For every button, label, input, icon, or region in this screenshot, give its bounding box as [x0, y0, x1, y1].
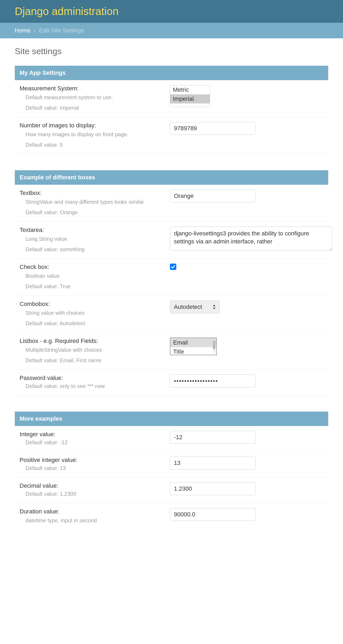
option-title[interactable]: Title	[170, 347, 216, 355]
option-email[interactable]: Email	[170, 338, 216, 347]
help-textarea: Long String value	[25, 235, 165, 243]
label-num-images: Number of images to display:	[20, 122, 165, 129]
default-password: Default value: only to see *** now	[25, 383, 165, 389]
default-combobox: Default value: Autodetect	[25, 320, 165, 327]
default-integer: Default value: -12	[25, 439, 165, 446]
option-metric[interactable]: Metric	[170, 85, 210, 94]
label-textarea: Textarea:	[20, 227, 165, 234]
label-positive-integer: Positive integer value:	[20, 457, 165, 464]
label-checkbox: Check box:	[20, 264, 165, 271]
row-checkbox: Check box: Boolean value Default value: …	[15, 259, 328, 296]
label-decimal: Decimal value:	[20, 482, 165, 489]
default-positive-integer: Default value: 13	[25, 465, 165, 471]
input-duration[interactable]	[170, 508, 256, 521]
help-measurement-system: Default measurement system to use.	[25, 94, 165, 101]
help-textbox: StringValue and many different types loo…	[25, 198, 165, 206]
breadcrumbs: Home › Edit Site Settings	[0, 23, 343, 38]
row-measurement-system: Measurement System: Default measurement …	[15, 80, 328, 117]
checkbox-boolean[interactable]	[170, 264, 176, 270]
input-password[interactable]	[170, 375, 256, 387]
help-checkbox: Boolean value	[25, 272, 165, 280]
breadcrumb-current: Edit Site Settings	[39, 27, 84, 34]
breadcrumb-home[interactable]: Home	[15, 27, 31, 34]
input-decimal[interactable]	[170, 482, 256, 495]
label-measurement-system: Measurement System:	[20, 85, 165, 92]
section-more-examples: More examples	[15, 412, 328, 426]
label-integer: Integer value:	[20, 431, 165, 438]
label-duration: Duration value:	[20, 508, 165, 515]
row-duration: Duration value: datetime type, input in …	[15, 503, 328, 530]
default-checkbox: Default value: True	[25, 283, 165, 290]
row-textarea: Textarea: Long String value Default valu…	[15, 222, 328, 259]
default-textarea: Default value: something	[25, 246, 165, 253]
help-listbox: MultipleStringValue with choices	[25, 346, 165, 354]
default-textbox: Default value: Orange	[25, 209, 165, 216]
default-num-images: Default value: 5	[25, 142, 165, 148]
select-combobox-value: Autodetect	[174, 304, 202, 310]
option-imperial[interactable]: Imperial	[170, 94, 210, 103]
select-arrows-icon	[213, 305, 216, 309]
default-decimal: Default value: 1.2300	[25, 491, 165, 497]
help-combobox: String value with choices	[25, 309, 165, 317]
input-positive-integer[interactable]	[170, 457, 256, 469]
listbox-scrollbar-thumb[interactable]	[213, 340, 216, 349]
label-combobox: Combobox:	[20, 301, 165, 308]
input-num-images[interactable]	[170, 122, 256, 135]
listbox-scrollbar[interactable]	[213, 340, 216, 353]
page-title: Site settings	[15, 46, 328, 56]
row-combobox: Combobox: String value with choices Defa…	[15, 296, 328, 333]
row-password: Password value: Default value: only to s…	[15, 370, 328, 395]
row-num-images: Number of images to display: How many im…	[15, 117, 328, 154]
default-measurement-system: Default value: Imperial	[25, 105, 165, 111]
row-positive-integer: Positive integer value: Default value: 1…	[15, 452, 328, 478]
admin-header: Django administration	[0, 0, 343, 23]
row-decimal: Decimal value: Default value: 1.2300	[15, 478, 328, 503]
help-duration: datetime type, input in second	[25, 517, 165, 524]
row-listbox: Listbox - e.g. Required Fields: Multiple…	[15, 333, 328, 370]
label-listbox: Listbox - e.g. Required Fields:	[20, 338, 165, 345]
input-textbox[interactable]	[170, 190, 256, 202]
select-combobox[interactable]: Autodetect	[170, 301, 220, 313]
listbox-required-fields[interactable]: Email Title	[170, 338, 217, 355]
textarea-long-string[interactable]: django-livesettings3 provides the abilit…	[170, 227, 332, 251]
label-textbox: Textbox:	[20, 190, 165, 197]
label-password: Password value:	[20, 375, 165, 382]
listbox-measurement-system[interactable]: Metric Imperial	[170, 85, 210, 107]
admin-title: Django administration	[15, 5, 328, 17]
default-listbox: Default value: Email, First name	[25, 357, 165, 364]
input-integer[interactable]	[170, 431, 256, 444]
section-example-boxes: Example of different boxes	[15, 170, 328, 185]
row-integer: Integer value: Default value: -12	[15, 426, 328, 452]
help-num-images: How many images to display on front page…	[25, 131, 165, 138]
section-my-app-settings: My App Settings	[15, 66, 328, 80]
row-textbox: Textbox: StringValue and many different …	[15, 185, 328, 222]
breadcrumb-separator: ›	[34, 27, 36, 34]
